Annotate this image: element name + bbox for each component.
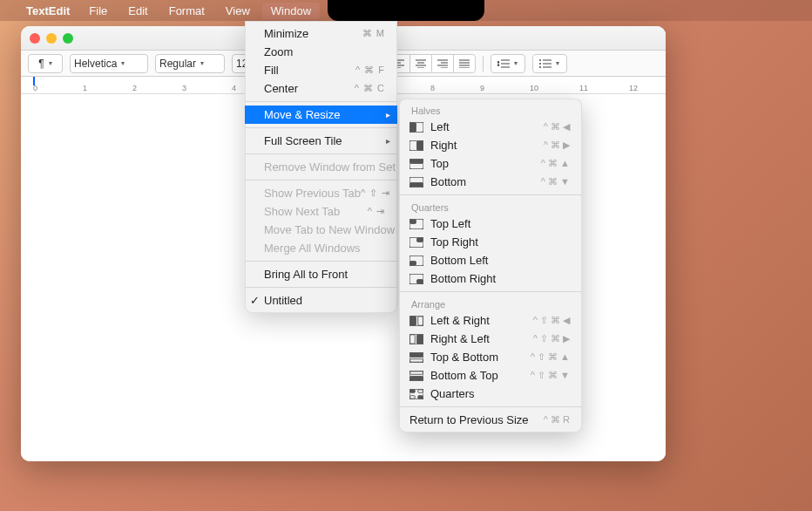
minimize-button[interactable] [46,33,57,44]
submenu-shortcut: ^ ⇧ ⌘ ▼ [531,370,570,381]
font-family-popup[interactable]: Helvetica▾ [70,54,148,73]
svg-rect-26 [410,352,423,357]
submenu-shortcut: ^ ⌘ ▶ [544,140,570,151]
menu-item-minimize[interactable]: Minimize⌘ M [245,24,397,43]
svg-rect-18 [417,279,423,283]
list-style-popup[interactable]: ▾ [532,54,567,73]
traffic-lights [30,33,73,44]
menu-view[interactable]: View [217,3,259,19]
submenu-item-top-bottom[interactable]: Top & Bottom^ ⇧ ⌘ ▲ [399,348,582,366]
half-right-icon [409,140,423,151]
close-button[interactable] [30,33,40,44]
submenu-item-top-right[interactable]: Top Right [399,233,582,251]
submenu-item-bottom-top[interactable]: Bottom & Top^ ⇧ ⌘ ▼ [399,366,582,385]
menu-item-bring-all-to-front[interactable]: Bring All to Front [245,265,397,283]
arr-rl-icon [409,334,423,344]
svg-rect-23 [410,334,416,343]
svg-rect-12 [410,219,416,223]
submenu-item-return-previous-size[interactable]: Return to Previous Size^ ⌘ R [399,411,582,429]
svg-rect-27 [410,358,423,361]
submenu-item-label: Top [430,157,534,170]
ruler-tick: 3 [182,84,186,92]
menu-format[interactable]: Format [160,3,213,19]
menu-separator [245,153,397,154]
half-left-icon [409,122,423,133]
submenu-item-label: Left & Right [430,314,526,327]
ruler-tick: 12 [629,84,638,92]
q-br-icon [409,274,423,284]
menu-shortcut: ^ ⇥ [368,206,385,217]
svg-rect-6 [417,140,423,149]
menu-item-untitled[interactable]: ✓Untitled [245,291,397,310]
submenu-item-label: Top & Bottom [430,351,524,364]
alignment-group [388,54,476,73]
submenu-item-label: Return to Previous Size [409,413,537,426]
submenu-item-bottom-left[interactable]: Bottom Left [399,251,582,269]
checkmark-icon: ✓ [250,294,260,307]
line-spacing-popup[interactable]: ▾ [491,54,525,73]
submenu-item-right-left[interactable]: Right & Left^ ⇧ ⌘ ▶ [399,330,582,348]
font-style-value: Regular [159,58,196,70]
q-tr-icon [409,237,423,248]
menu-separator [399,291,582,292]
svg-rect-21 [418,316,423,324]
menu-item-move-resize[interactable]: Move & Resize▸ [245,106,397,124]
submenu-item-label: Top Right [430,235,570,249]
menu-edit[interactable]: Edit [119,3,156,19]
menu-file[interactable]: File [80,3,116,19]
submenu-item-bottom-right[interactable]: Bottom Right [399,269,582,288]
menu-item-label: Center [264,82,298,95]
submenu-item-top[interactable]: Top^ ⌘ ▲ [399,154,582,173]
menu-item-center[interactable]: Center^ ⌘ C [245,79,397,98]
menu-item-label: Move Tab to New Window [264,223,395,236]
submenu-item-label: Left [430,120,537,133]
menu-item-label: Untitled [264,294,302,307]
submenu-item-label: Bottom Right [430,272,570,285]
menu-item-label: Remove Window from Set [264,160,396,174]
menu-item-label: Merge All Windows [264,242,361,255]
submenu-item-top-left[interactable]: Top Left [399,215,582,233]
menu-separator [245,287,397,288]
svg-rect-33 [418,389,423,392]
font-style-popup[interactable]: Regular▾ [155,54,225,73]
menu-window[interactable]: Window [262,3,320,19]
zoom-button[interactable] [63,33,73,44]
submenu-item-left[interactable]: Left^ ⌘ ◀ [399,118,582,136]
svg-rect-34 [410,395,416,398]
arr-quarters-icon [409,389,423,399]
menu-item-label: Show Next Tab [264,205,340,218]
paragraph-style-popup[interactable]: ¶▾ [28,54,63,73]
align-right-button[interactable] [432,55,454,72]
submenu-item-bottom[interactable]: Bottom^ ⌘ ▼ [399,173,582,191]
font-family-value: Helvetica [74,58,117,70]
menu-item-label: Zoom [264,45,293,58]
app-name[interactable]: TextEdit [19,4,77,17]
submenu-item-right[interactable]: Right^ ⌘ ▶ [399,136,582,154]
menu-item-fill[interactable]: Fill^ ⌘ F [245,61,397,79]
submenu-shortcut: ^ ⌘ R [544,414,570,426]
menu-item-zoom[interactable]: Zoom [245,43,397,61]
arr-tb-icon [409,352,423,363]
align-justify-button[interactable] [454,55,475,72]
submenu-item-label: Right [430,139,537,152]
menu-separator [399,406,582,407]
menu-separator [399,194,582,195]
menu-item-label: Move & Resize [264,108,340,121]
svg-rect-30 [410,376,423,380]
menu-separator [245,180,397,181]
align-center-button[interactable] [410,55,432,72]
menu-separator [245,261,397,262]
menu-item-show-next-tab: Show Next Tab^ ⇥ [245,202,397,221]
ruler-tick: 9 [480,84,484,92]
submenu-item-quarters[interactable]: Quarters [399,385,582,403]
submenu-shortcut: ^ ⇧ ⌘ ▶ [533,333,570,344]
submenu-section-header: Arrange [399,296,582,311]
submenu-item-left-right[interactable]: Left & Right^ ⇧ ⌘ ◀ [399,311,582,330]
ruler-tick: 8 [430,84,435,92]
menu-item-label: Full Screen Tile [264,134,342,147]
submenu-section-header: Quarters [399,199,582,215]
svg-rect-8 [410,159,423,163]
menu-item-label: Fill [264,64,279,77]
menu-item-full-screen-tile[interactable]: Full Screen Tile▸ [245,132,397,150]
ruler-tick: 1 [83,84,87,92]
